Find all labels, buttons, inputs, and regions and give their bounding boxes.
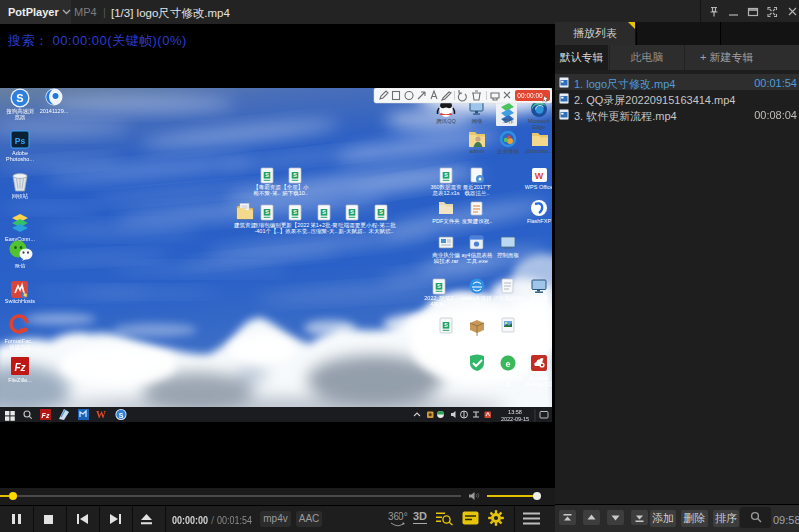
svg-text:膈下载10..: 膈下载10.. bbox=[282, 190, 308, 196]
svg-text:U9计算器: U9计算器 bbox=[465, 375, 489, 381]
svg-text:admin: admin bbox=[470, 148, 485, 154]
svg-text:此电脑: 此电脑 bbox=[531, 294, 548, 301]
svg-text:载器法兰..: 载器法兰.. bbox=[464, 190, 490, 197]
svg-text:企业微信: 企业微信 bbox=[497, 148, 520, 155]
svg-text:4两集..: 4两集.. bbox=[430, 301, 448, 307]
svg-text:新-天赋叔..: 新-天赋叔.. bbox=[339, 228, 366, 234]
svg-text:-401个【..: -401个【.. bbox=[254, 228, 280, 234]
svg-text:Reader DC: Reader DC bbox=[525, 381, 552, 387]
svg-text:PDF文件夹: PDF文件夹 bbox=[432, 218, 460, 224]
svg-text:S: S bbox=[16, 92, 23, 104]
svg-text:20141129...: 20141129... bbox=[40, 108, 69, 114]
svg-text:W: W bbox=[96, 409, 106, 420]
svg-text:e: e bbox=[505, 359, 510, 369]
svg-text:控制面板: 控制面板 bbox=[497, 252, 520, 259]
svg-text:Ps: Ps bbox=[15, 136, 26, 146]
svg-text:快捷方式: 快捷方式 bbox=[9, 344, 32, 351]
svg-text:腾讯QQ: 腾讯QQ bbox=[436, 118, 456, 124]
svg-text:清.mp4: 清.mp4 bbox=[499, 340, 517, 347]
svg-text:压缩聚-天..: 压缩聚-天.. bbox=[311, 228, 338, 235]
svg-text:Edge: Edge bbox=[533, 124, 546, 130]
svg-text:辑技术.rar: 辑技术.rar bbox=[434, 258, 459, 264]
svg-text:灵: 灵 bbox=[474, 301, 480, 308]
svg-text:00:00:00: 00:00:00 bbox=[517, 92, 543, 99]
svg-text:S: S bbox=[119, 412, 124, 419]
svg-text:CuteDiskGe...: CuteDiskGe... bbox=[460, 334, 495, 340]
svg-text:】效果不觉..: 】效果不觉.. bbox=[280, 228, 311, 235]
svg-text:息表12.x1s: 息表12.x1s bbox=[431, 190, 459, 196]
svg-text:SwitchHosts: SwitchHosts bbox=[5, 298, 36, 304]
svg-text:13:58: 13:58 bbox=[508, 409, 522, 415]
svg-text:器: 器 bbox=[505, 381, 511, 387]
svg-text:检不聚-第..: 检不聚-第.. bbox=[254, 190, 281, 196]
svg-text:发聚建设祝..: 发聚建设祝.. bbox=[462, 218, 493, 225]
svg-text:假如8月..: 假如8月.. bbox=[434, 340, 458, 347]
svg-text:Fz: Fz bbox=[14, 362, 25, 373]
svg-text:切换笔记.txt: 切换笔记.txt bbox=[493, 295, 523, 302]
svg-text:微信: 微信 bbox=[15, 263, 27, 269]
svg-text:工具.exe: 工具.exe bbox=[466, 258, 487, 264]
svg-text:Fz: Fz bbox=[42, 412, 50, 419]
svg-text:2022-09-15: 2022-09-15 bbox=[501, 416, 529, 422]
svg-text:WPS Office: WPS Office bbox=[525, 184, 552, 190]
svg-text:photosho...: photosho... bbox=[525, 148, 552, 154]
svg-text:工作: 工作 bbox=[503, 118, 515, 124]
svg-text:网络: 网络 bbox=[472, 118, 484, 124]
svg-text:回收站: 回收站 bbox=[12, 193, 29, 200]
svg-text:FlashFXP: FlashFXP bbox=[527, 218, 551, 224]
svg-text:FileZilla...: FileZilla... bbox=[8, 377, 32, 383]
svg-text:览器: 览器 bbox=[15, 114, 27, 121]
svg-text:未天赋伝..: 未天赋伝.. bbox=[368, 228, 394, 234]
svg-text:Photosho...: Photosho... bbox=[6, 156, 34, 162]
svg-text:W: W bbox=[535, 171, 544, 181]
